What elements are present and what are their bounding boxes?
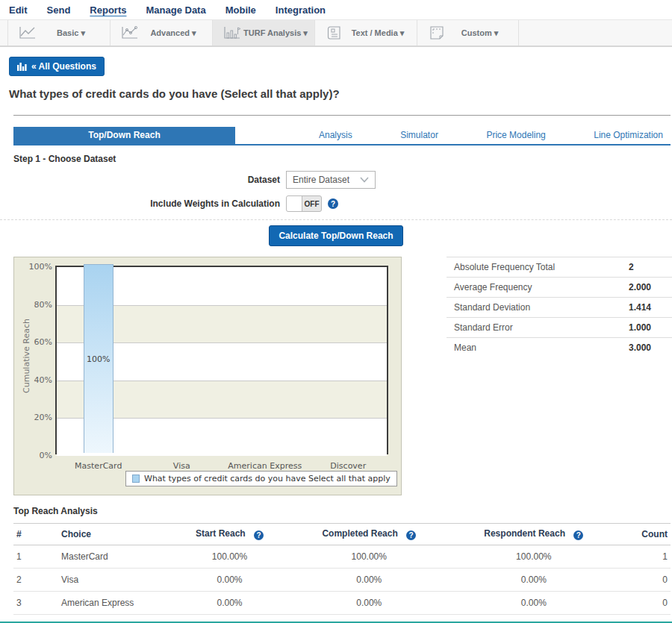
dataset-select-value: Entire Dataset <box>293 175 349 185</box>
cell-num: 1 <box>13 545 58 569</box>
cell-respondent-reach: 100.00% <box>449 545 618 569</box>
stats-value: 2 <box>629 262 672 272</box>
weights-toggle[interactable]: OFF <box>286 195 322 212</box>
cell-respondent-reach: 0.00% <box>449 592 618 615</box>
toggle-state-label: OFF <box>302 196 321 211</box>
stats-value: 1.414 <box>629 302 672 313</box>
toolbar-custom[interactable]: Custom ▾ <box>417 20 519 46</box>
cell-respondent-reach: 0.00% <box>449 569 618 592</box>
x-category-label: Visa <box>140 461 224 471</box>
dataset-select[interactable]: Entire Dataset <box>286 171 376 189</box>
weights-help-icon[interactable]: ? <box>328 198 338 209</box>
stats-row: Standard Deviation1.414 <box>447 297 672 317</box>
stats-row: Mean3.000 <box>447 337 672 357</box>
table-row: 3American Express0.00%0.00%0.00%0 <box>13 592 671 615</box>
all-questions-button[interactable]: « All Questions <box>9 57 105 76</box>
nav-item-integration[interactable]: Integration <box>276 4 326 16</box>
stats-label: Standard Deviation <box>454 302 629 313</box>
cell-completed-reach: 100.00% <box>289 545 449 569</box>
toolbar-text-media-label: Text / Media ▾ <box>343 28 417 38</box>
frequency-stats-table: Absolute Frequency Total2Average Frequen… <box>447 257 672 357</box>
text-media-icon <box>326 25 343 40</box>
nav-item-send[interactable]: Send <box>47 4 71 16</box>
toolbar-turf-analysis[interactable]: TURF Analysis ▾ <box>212 20 314 46</box>
x-category-label: American Express <box>223 461 307 471</box>
toolbar-turf-analysis-label: TURF Analysis ▾ <box>241 28 314 38</box>
cell-count: 0 <box>618 569 671 592</box>
column-help-icon[interactable]: ? <box>406 530 416 540</box>
column-header-count: Count <box>618 524 671 545</box>
weights-label: Include Weights in Calculation <box>0 198 280 209</box>
stats-value: 2.000 <box>629 282 672 292</box>
stats-row: Average Frequency2.000 <box>447 277 672 297</box>
cell-choice: American Express <box>58 592 170 615</box>
title-divider <box>13 115 671 116</box>
report-tabs: Top/Down ReachAnalysisSimulatorPrice Mod… <box>13 127 671 145</box>
tab-simulator[interactable]: Simulator <box>400 130 438 140</box>
column-help-icon[interactable]: ? <box>573 530 583 540</box>
y-tick-label: 0% <box>19 451 52 460</box>
stats-row: Absolute Frequency Total2 <box>447 257 672 277</box>
stats-label: Absolute Frequency Total <box>454 262 629 272</box>
dataset-label: Dataset <box>0 175 280 185</box>
bar-chart-icon <box>17 62 27 71</box>
tab-analysis[interactable]: Analysis <box>319 130 352 140</box>
stats-value: 1.000 <box>629 322 672 333</box>
tab-price-modeling[interactable]: Price Modeling <box>486 130 545 140</box>
cell-completed-reach: 0.00% <box>289 569 449 592</box>
stats-label: Average Frequency <box>454 282 629 292</box>
table-row: 1MasterCard100.00%100.00%100.00%1 <box>13 545 671 569</box>
table-row: 2Visa0.00%0.00%0.00%0 <box>13 569 671 592</box>
toolbar-basic-label: Basic ▾ <box>37 28 110 38</box>
cell-completed-reach: 0.00% <box>289 592 449 615</box>
tab-top-down-reach[interactable]: Top/Down Reach <box>13 127 235 144</box>
cell-start-reach: 100.00% <box>170 545 289 569</box>
cell-num: 3 <box>13 592 58 615</box>
form-divider <box>0 219 672 220</box>
chart-y-axis-label: Cumulative Reach <box>22 304 32 408</box>
top-reach-analysis-table: #ChoiceStart Reach ?Completed Reach ?Res… <box>13 523 671 623</box>
line-chart-icon <box>19 25 37 40</box>
cell-choice: Visa <box>58 569 170 592</box>
nav-item-edit[interactable]: Edit <box>9 4 28 16</box>
stats-value: 3.000 <box>629 342 672 353</box>
column-header-completed-reach: Completed Reach ? <box>289 524 449 545</box>
bar-MasterCard[interactable]: 100% <box>84 264 113 453</box>
top-navigation: EditSendReportsManage DataMobileIntegrat… <box>0 0 672 19</box>
inactive-tabs: AnalysisSimulatorPrice ModelingLine Opti… <box>235 130 671 144</box>
toolbar-advanced-label: Advanced ▾ <box>139 28 212 38</box>
y-tick-label: 100% <box>19 262 52 272</box>
toolbar-advanced[interactable]: Advanced ▾ <box>110 20 212 46</box>
legend-swatch <box>132 475 140 483</box>
bar-value-label: 100% <box>84 354 113 364</box>
column-help-icon[interactable]: ? <box>254 530 264 540</box>
tab-line-optimization[interactable]: Line Optimization <box>594 130 663 140</box>
toolbar-basic[interactable]: Basic ▾ <box>7 20 110 46</box>
cell-count: 0 <box>618 592 671 615</box>
cell-count: 1 <box>618 545 671 569</box>
column-header-respondent-reach: Respondent Reach ? <box>449 524 618 545</box>
nav-item-mobile[interactable]: Mobile <box>225 4 256 16</box>
y-tick-label: 20% <box>19 413 52 422</box>
column-header--: # <box>13 524 58 545</box>
top-reach-analysis-section: Top Reach Analysis #ChoiceStart Reach ?C… <box>13 506 671 623</box>
table-header-row: #ChoiceStart Reach ?Completed Reach ?Res… <box>13 524 671 545</box>
x-category-label: MasterCard <box>57 461 140 471</box>
scatter-chart-icon <box>121 25 139 40</box>
y-tick-label: 80% <box>19 300 52 310</box>
y-tick-label: 40% <box>19 375 52 385</box>
stats-label: Mean <box>454 342 629 353</box>
cell-num: 2 <box>13 569 58 592</box>
nav-item-reports[interactable]: Reports <box>90 4 126 16</box>
stats-row: Standard Error1.000 <box>447 317 672 337</box>
cumulative-reach-chart: Cumulative Reach 100% 0%20%40%60%80%100%… <box>13 257 402 495</box>
chart-legend: What types of credit cards do you have S… <box>125 471 397 486</box>
step1-title: Step 1 - Choose Dataset <box>13 154 672 164</box>
nav-item-manage-data[interactable]: Manage Data <box>146 4 205 16</box>
toggle-knob <box>287 196 302 211</box>
column-header-choice: Choice <box>58 524 170 545</box>
report-toolbar: Basic ▾Advanced ▾TURF Analysis ▾Text / M… <box>0 19 672 47</box>
toolbar-text-media[interactable]: Text / Media ▾ <box>314 20 417 46</box>
calculate-top-down-reach-button[interactable]: Calculate Top/Down Reach <box>269 225 402 246</box>
legend-label: What types of credit cards do you have S… <box>144 474 391 483</box>
